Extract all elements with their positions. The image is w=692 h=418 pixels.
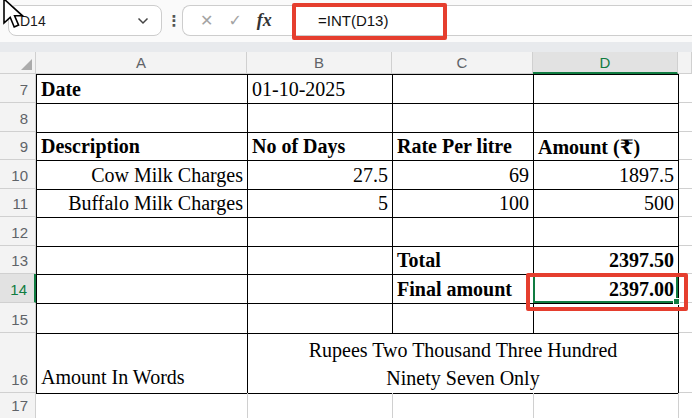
gridline	[679, 333, 692, 393]
cell-a12[interactable]	[37, 218, 248, 247]
cell-b8[interactable]	[248, 104, 393, 133]
cell-b15[interactable]	[248, 304, 393, 334]
cell-d10[interactable]: 1897.5	[534, 161, 679, 190]
cell-a14[interactable]	[37, 275, 248, 304]
row-header-16[interactable]: 16	[0, 333, 36, 393]
cell-b7[interactable]: 01-10-2025	[248, 75, 393, 104]
cell-a11[interactable]: Buffalo Milk Charges	[37, 190, 248, 218]
row-header-11[interactable]: 11	[0, 189, 36, 217]
row-header-7[interactable]: 7	[0, 74, 36, 103]
cell-a7[interactable]: Date	[37, 75, 248, 104]
enter-icon[interactable]: ✓	[228, 11, 241, 30]
cell-b13[interactable]	[248, 247, 393, 275]
column-header-c[interactable]: C	[392, 52, 533, 74]
mouse-cursor-icon	[0, 0, 26, 31]
annotation-box-formula	[292, 3, 447, 40]
gridline	[679, 74, 692, 103]
gridline	[678, 393, 679, 418]
chevron-down-icon[interactable]	[137, 17, 149, 25]
column-header-a[interactable]: A	[36, 52, 247, 74]
column-header-e-partial[interactable]	[678, 52, 692, 74]
cell-b16-d16-merged[interactable]: Rupees Two Thousand Three Hundred Ninety…	[248, 334, 679, 394]
cell-d11[interactable]: 500	[534, 190, 679, 218]
cell-d9[interactable]: Amount (₹)	[534, 133, 679, 161]
cell-a8[interactable]	[37, 104, 248, 133]
row-header-15[interactable]: 15	[0, 303, 36, 333]
select-all-corner[interactable]	[0, 52, 36, 74]
cell-a10[interactable]: Cow Milk Charges	[37, 161, 248, 190]
spreadsheet-grid: Date 01-10-2025 Description No of Days R…	[36, 74, 679, 394]
row-header-13[interactable]: 13	[0, 246, 36, 274]
cell-b10[interactable]: 27.5	[248, 161, 393, 190]
column-header-b[interactable]: B	[247, 52, 392, 74]
gridline	[679, 217, 692, 246]
cell-c15[interactable]	[393, 304, 534, 334]
cell-a9[interactable]: Description	[37, 133, 248, 161]
gridlines-column-e	[679, 74, 692, 393]
formula-buttons-group: ✕ ✓ fx	[182, 5, 294, 36]
cell-b9[interactable]: No of Days	[248, 133, 393, 161]
cell-c13[interactable]: Total	[393, 247, 534, 275]
chrome-separator	[0, 42, 692, 52]
cell-d8[interactable]	[534, 104, 679, 133]
cell-c11[interactable]: 100	[393, 190, 534, 218]
column-header-d[interactable]: D	[533, 52, 678, 74]
gridline	[679, 160, 692, 189]
cell-a13[interactable]	[37, 247, 248, 275]
cell-b11[interactable]: 5	[248, 190, 393, 218]
row-header-8[interactable]: 8	[0, 103, 36, 132]
row-header-17[interactable]: 17	[0, 393, 36, 418]
cell-d7[interactable]	[534, 75, 679, 104]
cell-c12[interactable]	[393, 218, 534, 247]
name-box[interactable]: D14	[8, 5, 162, 36]
row-header-14[interactable]: 14	[0, 274, 36, 303]
cell-d12[interactable]	[534, 218, 679, 247]
cell-a15[interactable]	[37, 304, 248, 334]
row-header-10[interactable]: 10	[0, 160, 36, 189]
cell-b14[interactable]	[248, 275, 393, 304]
formula-bar-options-dots-icon[interactable]: ⋮	[166, 5, 182, 36]
cell-c10[interactable]: 69	[393, 161, 534, 190]
cell-c8[interactable]	[393, 104, 534, 133]
amount-in-words-text: Rupees Two Thousand Three Hundred Ninety…	[288, 336, 638, 392]
cell-c7[interactable]	[393, 75, 534, 104]
cancel-icon[interactable]: ✕	[200, 11, 213, 30]
row-header-12[interactable]: 12	[0, 217, 36, 246]
gridline	[679, 189, 692, 217]
gridline	[679, 103, 692, 132]
gridline	[679, 132, 692, 160]
select-all-triangle-icon	[21, 59, 32, 70]
cell-c9[interactable]: Rate Per litre	[393, 133, 534, 161]
gridline	[679, 246, 692, 274]
insert-function-icon[interactable]: fx	[257, 10, 272, 31]
cell-b12[interactable]	[248, 218, 393, 247]
cell-c14[interactable]: Final amount	[393, 275, 534, 304]
cell-a16[interactable]: Amount In Words	[37, 334, 248, 394]
gridline	[533, 393, 534, 418]
row-header-9[interactable]: 9	[0, 132, 36, 160]
gridline	[392, 393, 393, 418]
cell-d13[interactable]: 2397.50	[534, 247, 679, 275]
gridline	[247, 393, 248, 418]
excel-window: D14 ⋮ ✕ ✓ fx =INT(D13) A B C D 7 8 9 10 …	[0, 0, 692, 418]
annotation-box-cell-d14	[526, 273, 688, 311]
